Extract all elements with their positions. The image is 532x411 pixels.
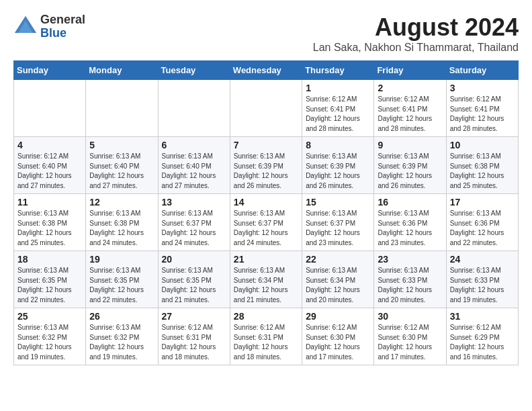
day-info: Sunrise: 6:12 AMSunset: 6:41 PMDaylight:… (378, 95, 442, 134)
calendar-day-cell: 6Sunrise: 6:13 AMSunset: 6:40 PMDaylight… (158, 137, 230, 194)
calendar-table: SundayMondayTuesdayWednesdayThursdayFrid… (13, 60, 519, 365)
day-of-week-header: Monday (86, 61, 158, 80)
day-of-week-header: Thursday (302, 61, 374, 80)
calendar-day-cell (14, 80, 86, 137)
day-number: 4 (17, 140, 82, 150)
day-info: Sunrise: 6:12 AMSunset: 6:29 PMDaylight:… (450, 323, 515, 362)
day-number: 6 (162, 140, 226, 150)
day-number: 3 (450, 83, 515, 93)
logo-text: General Blue (40, 13, 85, 40)
day-number: 9 (378, 140, 442, 150)
calendar-day-cell (230, 80, 302, 137)
calendar-day-cell: 10Sunrise: 6:13 AMSunset: 6:38 PMDayligh… (446, 137, 518, 194)
day-number: 19 (89, 254, 154, 265)
day-info: Sunrise: 6:13 AMSunset: 6:38 PMDaylight:… (17, 209, 82, 248)
day-number: 28 (234, 311, 298, 322)
day-number: 24 (450, 254, 515, 265)
calendar-day-cell: 19Sunrise: 6:13 AMSunset: 6:35 PMDayligh… (86, 251, 158, 308)
calendar-day-cell: 14Sunrise: 6:13 AMSunset: 6:37 PMDayligh… (230, 194, 302, 251)
day-of-week-header: Tuesday (158, 61, 230, 80)
title-block: August 2024 Lan Saka, Nakhon Si Thammara… (313, 13, 519, 54)
calendar-day-cell: 17Sunrise: 6:13 AMSunset: 6:36 PMDayligh… (446, 194, 518, 251)
day-of-week-header: Sunday (14, 61, 86, 80)
calendar-week-row: 11Sunrise: 6:13 AMSunset: 6:38 PMDayligh… (14, 194, 519, 251)
day-info: Sunrise: 6:13 AMSunset: 6:34 PMDaylight:… (306, 266, 370, 305)
month-year-title: August 2024 (313, 13, 519, 42)
day-number: 2 (378, 83, 442, 93)
day-info: Sunrise: 6:13 AMSunset: 6:40 PMDaylight:… (162, 152, 226, 191)
day-of-week-header: Wednesday (230, 61, 302, 80)
day-number: 8 (306, 140, 370, 150)
day-number: 31 (450, 311, 515, 322)
calendar-day-cell: 26Sunrise: 6:13 AMSunset: 6:32 PMDayligh… (86, 308, 158, 365)
location-subtitle: Lan Saka, Nakhon Si Thammarat, Thailand (313, 42, 519, 54)
day-number: 15 (306, 197, 370, 208)
calendar-day-cell: 18Sunrise: 6:13 AMSunset: 6:35 PMDayligh… (14, 251, 86, 308)
day-number: 26 (89, 311, 154, 322)
calendar-week-row: 1Sunrise: 6:12 AMSunset: 6:41 PMDaylight… (14, 80, 519, 137)
day-number: 13 (162, 197, 226, 208)
general-blue-icon (13, 15, 38, 39)
calendar-week-row: 4Sunrise: 6:12 AMSunset: 6:40 PMDaylight… (14, 137, 519, 194)
day-number: 7 (234, 140, 298, 150)
calendar-day-cell: 21Sunrise: 6:13 AMSunset: 6:34 PMDayligh… (230, 251, 302, 308)
day-info: Sunrise: 6:13 AMSunset: 6:33 PMDaylight:… (378, 266, 442, 305)
day-info: Sunrise: 6:13 AMSunset: 6:38 PMDaylight:… (450, 152, 515, 191)
calendar-day-cell: 22Sunrise: 6:13 AMSunset: 6:34 PMDayligh… (302, 251, 374, 308)
calendar-day-cell: 29Sunrise: 6:12 AMSunset: 6:30 PMDayligh… (302, 308, 374, 365)
calendar-day-cell: 8Sunrise: 6:13 AMSunset: 6:39 PMDaylight… (302, 137, 374, 194)
calendar-day-cell: 28Sunrise: 6:12 AMSunset: 6:31 PMDayligh… (230, 308, 302, 365)
day-number: 16 (378, 197, 442, 208)
day-info: Sunrise: 6:13 AMSunset: 6:40 PMDaylight:… (89, 152, 154, 191)
day-info: Sunrise: 6:13 AMSunset: 6:39 PMDaylight:… (306, 152, 370, 191)
calendar-day-cell: 11Sunrise: 6:13 AMSunset: 6:38 PMDayligh… (14, 194, 86, 251)
day-number: 12 (89, 197, 154, 208)
page-header: General Blue August 2024 Lan Saka, Nakho… (13, 13, 519, 54)
day-number: 29 (306, 311, 370, 322)
calendar-day-cell: 15Sunrise: 6:13 AMSunset: 6:37 PMDayligh… (302, 194, 374, 251)
day-number: 10 (450, 140, 515, 150)
day-number: 1 (306, 83, 370, 93)
calendar-day-cell: 25Sunrise: 6:13 AMSunset: 6:32 PMDayligh… (14, 308, 86, 365)
day-info: Sunrise: 6:12 AMSunset: 6:31 PMDaylight:… (234, 323, 298, 362)
day-number: 30 (378, 311, 442, 322)
day-info: Sunrise: 6:13 AMSunset: 6:35 PMDaylight:… (17, 266, 82, 305)
day-info: Sunrise: 6:13 AMSunset: 6:37 PMDaylight:… (162, 209, 226, 248)
day-number: 5 (89, 140, 154, 150)
calendar-day-cell: 16Sunrise: 6:13 AMSunset: 6:36 PMDayligh… (374, 194, 446, 251)
day-info: Sunrise: 6:13 AMSunset: 6:32 PMDaylight:… (89, 323, 154, 362)
day-info: Sunrise: 6:13 AMSunset: 6:35 PMDaylight:… (162, 266, 226, 305)
calendar-day-cell: 20Sunrise: 6:13 AMSunset: 6:35 PMDayligh… (158, 251, 230, 308)
calendar-day-cell: 2Sunrise: 6:12 AMSunset: 6:41 PMDaylight… (374, 80, 446, 137)
calendar-day-cell: 12Sunrise: 6:13 AMSunset: 6:38 PMDayligh… (86, 194, 158, 251)
calendar-day-cell: 7Sunrise: 6:13 AMSunset: 6:39 PMDaylight… (230, 137, 302, 194)
day-number: 25 (17, 311, 82, 322)
day-info: Sunrise: 6:13 AMSunset: 6:34 PMDaylight:… (234, 266, 298, 305)
calendar-day-cell: 4Sunrise: 6:12 AMSunset: 6:40 PMDaylight… (14, 137, 86, 194)
calendar-week-row: 25Sunrise: 6:13 AMSunset: 6:32 PMDayligh… (14, 308, 519, 365)
calendar-header-row: SundayMondayTuesdayWednesdayThursdayFrid… (14, 61, 519, 80)
day-number: 14 (234, 197, 298, 208)
day-info: Sunrise: 6:12 AMSunset: 6:40 PMDaylight:… (17, 152, 82, 191)
day-number: 17 (450, 197, 515, 208)
day-info: Sunrise: 6:13 AMSunset: 6:37 PMDaylight:… (306, 209, 370, 248)
day-of-week-header: Saturday (446, 61, 518, 80)
calendar-day-cell (86, 80, 158, 137)
calendar-day-cell: 27Sunrise: 6:12 AMSunset: 6:31 PMDayligh… (158, 308, 230, 365)
calendar-week-row: 18Sunrise: 6:13 AMSunset: 6:35 PMDayligh… (14, 251, 519, 308)
day-of-week-header: Friday (374, 61, 446, 80)
logo: General Blue (13, 13, 85, 40)
day-info: Sunrise: 6:13 AMSunset: 6:39 PMDaylight:… (234, 152, 298, 191)
calendar-day-cell: 31Sunrise: 6:12 AMSunset: 6:29 PMDayligh… (446, 308, 518, 365)
day-info: Sunrise: 6:13 AMSunset: 6:35 PMDaylight:… (89, 266, 154, 305)
calendar-day-cell: 1Sunrise: 6:12 AMSunset: 6:41 PMDaylight… (302, 80, 374, 137)
day-number: 22 (306, 254, 370, 265)
day-info: Sunrise: 6:12 AMSunset: 6:30 PMDaylight:… (378, 323, 442, 362)
day-info: Sunrise: 6:13 AMSunset: 6:38 PMDaylight:… (89, 209, 154, 248)
day-number: 23 (378, 254, 442, 265)
day-info: Sunrise: 6:12 AMSunset: 6:30 PMDaylight:… (306, 323, 370, 362)
day-info: Sunrise: 6:13 AMSunset: 6:32 PMDaylight:… (17, 323, 82, 362)
day-info: Sunrise: 6:12 AMSunset: 6:41 PMDaylight:… (450, 95, 515, 134)
day-info: Sunrise: 6:12 AMSunset: 6:31 PMDaylight:… (162, 323, 226, 362)
calendar-day-cell: 9Sunrise: 6:13 AMSunset: 6:39 PMDaylight… (374, 137, 446, 194)
